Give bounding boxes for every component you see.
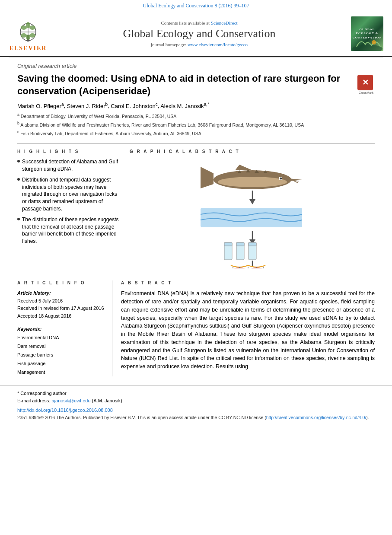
graphical-abstract-image xyxy=(130,158,375,268)
elsevier-tree-icon xyxy=(14,16,42,44)
keywords-section: Keywords: Environmental DNA Dam removal … xyxy=(17,325,105,377)
sciencedirect-link[interactable]: ScienceDirect xyxy=(211,20,238,25)
svg-point-18 xyxy=(280,178,282,180)
journal-citation-bar: Global Ecology and Conservation 8 (2016)… xyxy=(0,0,392,11)
svg-rect-36 xyxy=(249,242,256,246)
corresponding-star: * xyxy=(17,391,19,396)
license-link[interactable]: http://creativecommons.org/licenses/by-n… xyxy=(266,415,367,420)
article-type: Original research article xyxy=(17,63,375,69)
article-content: Original research article Saving the doo… xyxy=(0,57,392,376)
highlights-abstract-section: H I G H L I G H T S Successful detection… xyxy=(17,143,375,268)
license-line: 2351-9894/© 2016 The Authors. Published … xyxy=(17,414,375,421)
footer: * Corresponding author E-mail address: a… xyxy=(0,385,392,426)
doi-line: http://dx.doi.org/10.1016/j.gecco.2016.0… xyxy=(17,408,375,413)
keyword-2: Dam removal xyxy=(17,342,105,351)
abstract-heading: A B S T R A C T xyxy=(121,280,375,285)
sciencedirect-label: Contents lists available at ScienceDirec… xyxy=(52,20,347,25)
author-1: Mariah O. Pflegera xyxy=(17,103,64,109)
highlights-heading: H I G H L I G H T S xyxy=(17,149,121,154)
journal-name: Global Ecology and Conservation xyxy=(52,27,347,40)
revised-date: Received in revised form 17 August 2016 xyxy=(17,305,105,312)
corresponding-note: * Corresponding author E-mail address: a… xyxy=(17,390,375,404)
bullet-icon xyxy=(17,218,20,220)
affiliation-b: b Alabama Division of Wildlife and Fresh… xyxy=(17,121,375,128)
elsevier-logo: ELSEVIER xyxy=(9,16,48,52)
svg-point-16 xyxy=(218,177,287,187)
email-name: (A.M. Janosik). xyxy=(92,398,124,403)
crossmark-label: CrossMark xyxy=(357,91,375,94)
article-title: Saving the doomed: Using eDNA to aid in … xyxy=(17,73,353,97)
email-label: E-mail address: xyxy=(17,398,50,403)
journal-citation: Global Ecology and Conservation 8 (2016)… xyxy=(143,3,249,9)
keywords-label: Keywords: xyxy=(17,325,105,334)
homepage-label: journal homepage: www.elsevier.com/locat… xyxy=(52,42,347,47)
svg-point-9 xyxy=(26,35,30,40)
highlights-list: Successful detection of Alabama and Gulf… xyxy=(17,158,121,245)
article-info-column: A R T I C L E I N F O Article history: R… xyxy=(17,280,112,376)
article-info-abstract-section: A R T I C L E I N F O Article history: R… xyxy=(17,275,375,376)
abstract-text: Environmental DNA (eDNA) is a relatively… xyxy=(121,290,375,371)
author-2: Steven J. Riderb xyxy=(67,103,108,109)
journal-center: Contents lists available at ScienceDirec… xyxy=(52,20,347,47)
keyword-1: Environmental DNA xyxy=(17,334,105,342)
highlight-item-3: The distribution of these species sugges… xyxy=(17,216,121,245)
bullet-icon xyxy=(17,160,20,162)
journal-cover-image: GLOBALECOLOGY &CONSERVATION xyxy=(351,16,383,51)
author-4: Alexis M. Janosika,* xyxy=(160,103,209,109)
graphical-abstract-heading: G R A P H I C A L A B S T R A C T xyxy=(130,149,375,154)
crossmark-badge: ✕ CrossMark xyxy=(357,75,375,92)
svg-rect-34 xyxy=(236,242,244,246)
article-history: Article history: Received 5 July 2016 Re… xyxy=(17,290,105,320)
affiliation-a: a Department of Biology, University of W… xyxy=(17,112,375,120)
highlight-item-2: Distribution and temporal data suggest i… xyxy=(17,176,121,213)
graphical-abstract-svg xyxy=(183,158,322,268)
article-history-label: Article history: xyxy=(17,290,105,297)
graphical-abstract-column: G R A P H I C A L A B S T R A C T xyxy=(130,149,375,268)
accepted-date: Accepted 18 August 2016 xyxy=(17,312,105,320)
email-link[interactable]: ajanosik@uwf.edu xyxy=(51,398,90,403)
title-row: Saving the doomed: Using eDNA to aid in … xyxy=(17,73,375,102)
svg-marker-27 xyxy=(249,199,255,204)
svg-point-6 xyxy=(21,33,27,38)
highlight-item-1: Successful detection of Alabama and Gulf… xyxy=(17,158,121,173)
received-date: Received 5 July 2016 xyxy=(17,297,105,305)
crossmark-icon: ✕ xyxy=(357,75,373,90)
svg-marker-14 xyxy=(235,165,252,170)
journal-header: ELSEVIER Contents lists available at Sci… xyxy=(0,11,392,57)
svg-rect-28 xyxy=(201,208,302,227)
svg-marker-13 xyxy=(201,167,214,188)
svg-point-5 xyxy=(29,25,35,30)
svg-point-7 xyxy=(29,33,35,38)
keyword-4: Fish passage xyxy=(17,360,105,368)
affiliation-c: c Fish Biodiversity Lab, Department of F… xyxy=(17,129,375,137)
article-info-heading: A R T I C L E I N F O xyxy=(17,280,105,285)
affiliations: a Department of Biology, University of W… xyxy=(17,112,375,137)
homepage-link[interactable]: www.elsevier.com/locate/gecco xyxy=(188,42,248,47)
elsevier-brand: ELSEVIER xyxy=(10,45,47,52)
corresponding-label: Corresponding author xyxy=(20,391,66,396)
authors-line: Mariah O. Pflegera, Steven J. Riderb, Ca… xyxy=(17,102,375,109)
keyword-5: Management xyxy=(17,368,105,377)
svg-rect-32 xyxy=(224,242,232,246)
bullet-icon xyxy=(17,178,20,181)
abstract-column: A B S T R A C T Environmental DNA (eDNA)… xyxy=(121,280,375,376)
author-3: Carol E. Johnstonc xyxy=(111,103,157,109)
cover-text: GLOBALECOLOGY &CONSERVATION xyxy=(351,26,383,41)
keyword-3: Passage barriers xyxy=(17,351,105,360)
svg-point-8 xyxy=(26,22,30,28)
highlights-column: H I G H L I G H T S Successful detection… xyxy=(17,149,121,268)
doi-link[interactable]: http://dx.doi.org/10.1016/j.gecco.2016.0… xyxy=(17,408,113,413)
svg-point-4 xyxy=(21,25,27,30)
